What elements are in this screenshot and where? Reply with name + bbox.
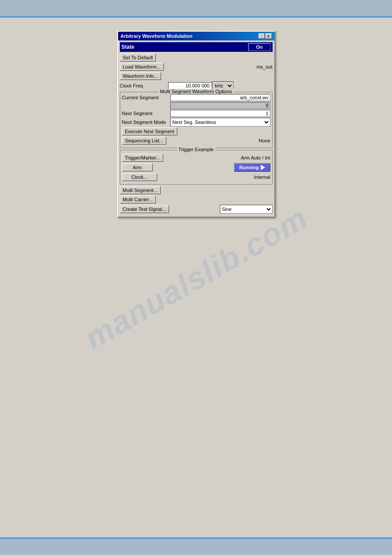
multi-segment-group: Multi Segment Waveform Options Current S…: [120, 92, 273, 148]
clock-button[interactable]: Clock...: [122, 173, 157, 181]
next-segment-mode-select[interactable]: Next Seg. Seamless Next Seg. Stepped Con…: [170, 118, 270, 127]
clock-value: Internal: [214, 174, 270, 180]
dialog-titlebar: Arbitrary Waveform Modulation _ X: [118, 32, 274, 40]
current-segment-row: Current Segment: [122, 94, 270, 101]
current-segment-num-row: [122, 102, 270, 109]
minimize-button[interactable]: _: [259, 33, 265, 39]
execute-next-segment-row: Execute Next Segment: [122, 127, 270, 135]
close-button[interactable]: X: [266, 33, 272, 39]
load-waveform-button[interactable]: Load Waveform...: [120, 63, 164, 71]
state-on-button[interactable]: On: [248, 43, 270, 51]
sequencing-value: None: [218, 138, 270, 143]
trigger-marker-button[interactable]: Trigger/Marker...: [122, 154, 163, 162]
dialog-window: Arbitrary Waveform Modulation _ X State …: [117, 31, 275, 218]
sine-select[interactable]: Sine Square Triangle: [220, 205, 273, 214]
clock-row: Clock... Internal: [122, 173, 270, 181]
sequencing-list-button[interactable]: Sequencing List...: [122, 137, 166, 145]
bottom-bar: [0, 537, 392, 555]
load-waveform-row: Load Waveform... ms_out: [120, 63, 273, 71]
running-label: Running: [239, 165, 259, 170]
next-segment-label: Next Segment: [122, 111, 170, 116]
page-content: manualslib.com Arbitrary Waveform Modula…: [0, 18, 392, 537]
running-button[interactable]: Running: [234, 163, 270, 172]
titlebar-buttons: _ X: [259, 33, 272, 39]
waveform-info-button[interactable]: Waveform Info...: [120, 72, 161, 80]
dialog-body: State On Set To Default Load Waveform...…: [118, 40, 274, 217]
watermark: manualslib.com: [78, 199, 314, 356]
next-segment-mode-row: Next Segment Mode Next Seg. Seamless Nex…: [122, 118, 270, 127]
multi-carrier-row: Multi Carrier...: [120, 196, 273, 203]
multi-segment-row: Multi Segment...: [120, 186, 273, 194]
waveform-info-row: Waveform Info...: [120, 72, 273, 80]
multi-carrier-button[interactable]: Multi Carrier...: [120, 196, 156, 203]
trigger-example-title: Trigger Example: [176, 147, 215, 152]
trigger-example-group: Trigger Example Trigger/Marker... Arm Au…: [120, 150, 273, 185]
state-label: State: [122, 44, 248, 50]
next-segment-mode-label: Next Segment Mode: [122, 120, 170, 125]
arm-row: Arm Running: [122, 163, 270, 172]
next-segment-input[interactable]: [170, 110, 270, 117]
trigger-value: Arm Auto / Int: [217, 155, 270, 160]
create-test-signal-button[interactable]: Create Test Signal...: [120, 205, 169, 213]
current-segment-input[interactable]: [170, 94, 270, 101]
arm-button[interactable]: Arm: [122, 163, 153, 171]
execute-next-segment-button[interactable]: Execute Next Segment: [122, 127, 178, 135]
create-test-signal-row: Create Test Signal... Sine Square Triang…: [120, 205, 273, 214]
state-row: State On: [120, 42, 273, 52]
current-segment-label: Current Segment: [122, 95, 170, 100]
trigger-marker-row: Trigger/Marker... Arm Auto / Int: [122, 154, 270, 162]
top-bar: [0, 0, 392, 18]
sequencing-list-row: Sequencing List... None: [122, 137, 270, 145]
multi-segment-button[interactable]: Multi Segment...: [120, 186, 161, 194]
current-segment-num-input: [170, 102, 270, 109]
multi-segment-title: Multi Segment Waveform Options: [158, 89, 234, 94]
set-to-default-button[interactable]: Set To Default: [120, 54, 156, 62]
dialog-title: Arbitrary Waveform Modulation: [121, 33, 193, 39]
clock-freq-label: Clock Freq: [120, 83, 168, 88]
next-segment-row: Next Segment: [122, 110, 270, 117]
clock-freq-input[interactable]: [168, 82, 212, 89]
waveform-value: ms_out: [218, 64, 273, 69]
running-arrow-icon: [261, 165, 265, 170]
set-to-default-row: Set To Default: [120, 54, 273, 62]
